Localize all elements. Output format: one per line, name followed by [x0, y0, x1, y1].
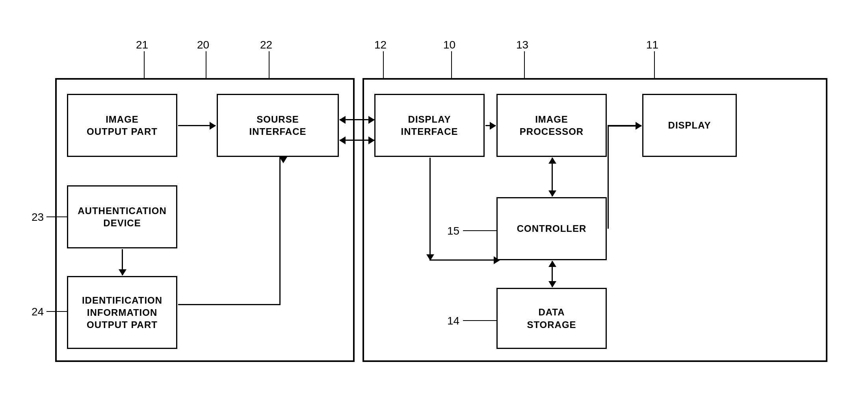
arrow-sourse-to-display-interface-bottom [340, 140, 374, 141]
diagram: 21 20 22 12 10 13 11 IMAGEoutput PART SO… [24, 32, 851, 386]
arrow-display-to-controller-vert [429, 158, 431, 260]
image-processor-label: IMAGEPROCESSOR [520, 113, 584, 138]
arrow-display-to-processor [485, 125, 496, 126]
controller-box: CONTROLLER [496, 197, 607, 260]
authentication-device-label: AUTHENTICATIONDEVICE [78, 205, 167, 229]
ref-24: 24 [32, 306, 44, 318]
ref-21: 21 [136, 39, 148, 51]
arrow-controller-display-vert [608, 125, 609, 229]
arrow-controller-display-horiz-overlap [608, 125, 641, 127]
ref-23: 23 [32, 211, 44, 224]
identification-info-box: IDENTIFICATIONINFORMATIONOUTPUT PART [67, 276, 177, 349]
leader-15 [463, 230, 496, 231]
identification-info-label: IDENTIFICATIONINFORMATIONOUTPUT PART [82, 294, 162, 331]
data-storage-box: DATASTORAGE [496, 288, 607, 349]
ref-22: 22 [260, 39, 272, 51]
display-box: DISPLAY [642, 94, 737, 157]
arrow-sourse-to-display-interface-top [340, 119, 374, 120]
display-interface-label: DISPLAYINTERFACE [401, 113, 458, 138]
leader-23 [46, 216, 67, 217]
controller-label: CONTROLLER [517, 222, 587, 235]
ref-12: 12 [374, 39, 387, 51]
arrow-ident-up-head [279, 157, 287, 163]
display-interface-box: DISPLAYINTERFACE [374, 94, 485, 157]
arrow-ident-right [178, 304, 281, 305]
ref-13: 13 [516, 39, 528, 51]
ref-14: 14 [447, 315, 459, 327]
ref-20: 20 [197, 39, 209, 51]
arrow-display-to-controller-horiz [429, 259, 496, 261]
arrow-auth-to-ident [122, 249, 123, 275]
arrow-ident-up [279, 157, 281, 304]
ref-11: 11 [646, 39, 658, 51]
leader-14 [463, 320, 496, 321]
authentication-device-box: AUTHENTICATIONDEVICE [67, 185, 177, 248]
data-storage-label: DATASTORAGE [527, 306, 576, 330]
image-output-part-label: IMAGEoutput PART [87, 113, 158, 138]
ref-15: 15 [447, 225, 459, 237]
leader-24 [46, 311, 67, 312]
sourse-interface-label: SOURSEINTERFACE [249, 113, 306, 138]
image-processor-box: IMAGEPROCESSOR [496, 94, 607, 157]
sourse-interface-box: SOURSEINTERFACE [217, 94, 339, 157]
arrow-controller-datastorage [552, 261, 553, 287]
arrow-output-to-sourse [178, 125, 216, 126]
image-output-part-box: IMAGEoutput PART [67, 94, 177, 157]
ref-10: 10 [443, 39, 455, 51]
arrow-processor-controller [552, 158, 553, 196]
display-label: DISPLAY [668, 119, 711, 131]
arrow-display-controller-head [494, 256, 500, 264]
